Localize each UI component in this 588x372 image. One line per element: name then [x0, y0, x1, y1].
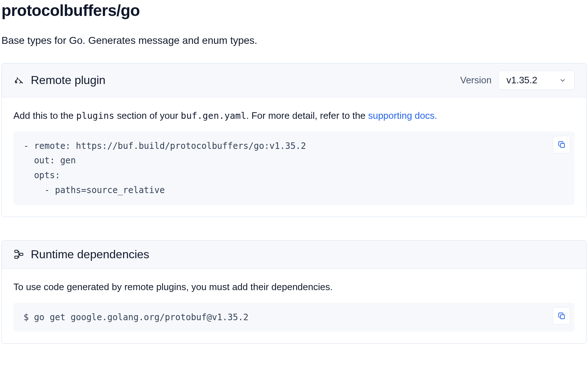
- copy-icon: [557, 312, 566, 320]
- page-root: protocolbuffers/go Base types for Go. Ge…: [0, 1, 588, 372]
- remote-plugin-heading: Remote plugin: [31, 74, 105, 87]
- remote-plugin-card-header: Remote plugin Version v1.35.2: [2, 63, 586, 97]
- svg-rect-2: [15, 250, 18, 252]
- desc-text: Add this to the: [13, 110, 76, 121]
- svg-rect-4: [20, 253, 23, 255]
- version-label: Version: [460, 75, 492, 86]
- svg-rect-1: [560, 143, 564, 147]
- remote-plugin-code: - remote: https://buf.build/protocolbuff…: [13, 131, 575, 205]
- runtime-deps-card: Runtime dependencies To use code generat…: [1, 240, 587, 344]
- page-title: protocolbuffers/go: [1, 1, 587, 20]
- dependencies-icon: [13, 249, 24, 260]
- runtime-deps-card-header: Runtime dependencies: [2, 241, 586, 269]
- desc-code-bufgen: buf.gen.yaml: [181, 110, 246, 121]
- runtime-deps-code-wrap: $ go get google.golang.org/protobuf@v1.3…: [13, 303, 575, 332]
- page-subtitle: Base types for Go. Generates message and…: [1, 35, 587, 46]
- copy-button[interactable]: [553, 307, 570, 325]
- runtime-deps-heading: Runtime dependencies: [31, 248, 149, 261]
- desc-code-plugins: plugins: [76, 110, 114, 121]
- desc-text: section of your: [114, 110, 181, 121]
- runtime-deps-desc: To use code generated by remote plugins,…: [13, 280, 575, 294]
- copy-button[interactable]: [553, 136, 570, 153]
- version-value: v1.35.2: [507, 75, 537, 86]
- remote-plugin-code-wrap: - remote: https://buf.build/protocolbuff…: [13, 131, 575, 205]
- plugin-icon: [13, 75, 24, 86]
- chevron-down-icon: [559, 77, 566, 84]
- remote-plugin-desc: Add this to the plugins section of your …: [13, 109, 575, 123]
- svg-point-0: [16, 81, 17, 83]
- svg-rect-3: [15, 256, 18, 258]
- remote-plugin-card: Remote plugin Version v1.35.2 Add this t…: [1, 63, 587, 217]
- runtime-deps-card-body: To use code generated by remote plugins,…: [2, 269, 586, 343]
- remote-plugin-card-body: Add this to the plugins section of your …: [2, 97, 586, 217]
- svg-rect-5: [560, 315, 564, 319]
- version-row: Version v1.35.2: [460, 71, 575, 90]
- supporting-docs-link[interactable]: supporting docs.: [368, 110, 437, 121]
- runtime-deps-code: $ go get google.golang.org/protobuf@v1.3…: [13, 303, 575, 332]
- remote-plugin-header-left: Remote plugin: [13, 74, 105, 87]
- desc-text: . For more detail, refer to the: [246, 110, 368, 121]
- version-select[interactable]: v1.35.2: [498, 71, 575, 90]
- copy-icon: [557, 140, 566, 149]
- runtime-deps-header-left: Runtime dependencies: [13, 248, 149, 261]
